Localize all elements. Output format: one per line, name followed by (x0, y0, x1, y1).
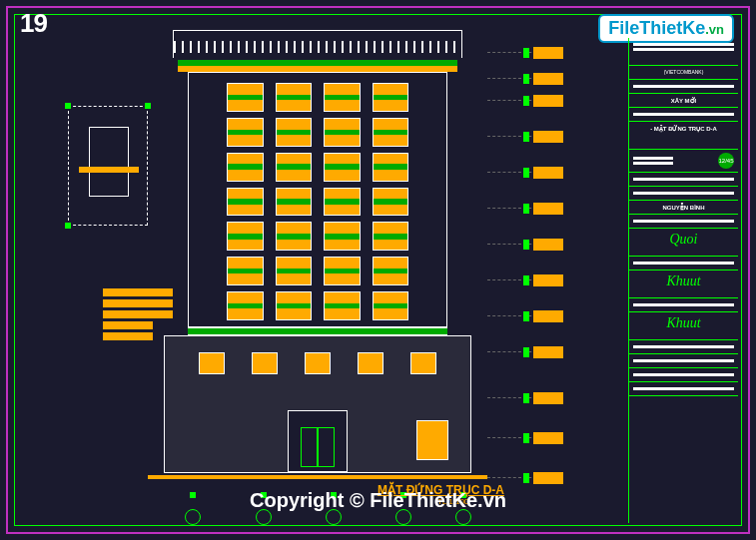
window (227, 291, 264, 320)
cad-viewport: 19 FileThietKe.vn (0, 0, 756, 540)
level-tick (523, 204, 529, 214)
tb-redacted (633, 113, 734, 116)
tb-redacted (633, 155, 673, 167)
tb-cell (629, 257, 738, 270)
level-markers (487, 40, 567, 479)
window-grid (227, 83, 408, 320)
level-mark (487, 351, 557, 353)
tb-phase: XÂY MỚI (629, 94, 738, 108)
tb-redacted (633, 345, 734, 348)
level-tag (533, 239, 563, 251)
window (227, 257, 264, 285)
window (276, 83, 313, 112)
window (227, 118, 264, 147)
window (276, 291, 313, 320)
podium-window (252, 352, 278, 374)
window (227, 83, 264, 112)
level-mark (487, 100, 557, 102)
tb-redacted (633, 220, 734, 223)
tb-cell (629, 382, 738, 396)
window (324, 257, 361, 285)
tb-cell (629, 173, 738, 187)
level-tag (533, 432, 563, 444)
sheet-number-badge: 12/45 (718, 153, 734, 169)
detail-corner-marker (65, 103, 71, 109)
podium-windows (195, 352, 440, 374)
level-mark (487, 279, 557, 281)
tb-redacted (633, 262, 734, 265)
window (324, 222, 361, 251)
tb-cell (629, 354, 738, 368)
level-mark (487, 397, 557, 399)
window (373, 257, 409, 285)
level-tick (523, 433, 529, 443)
window (227, 153, 264, 182)
ground-line (148, 475, 487, 479)
window (373, 291, 409, 320)
level-tick (523, 393, 529, 403)
window (373, 118, 409, 147)
roof-railing (174, 41, 461, 53)
window (373, 153, 409, 182)
tower (188, 72, 447, 327)
watermark-suffix: .vn (705, 22, 724, 37)
level-mark (487, 315, 557, 317)
tb-cell (629, 368, 738, 382)
mid-band (188, 327, 447, 335)
tb-signature-row: Khuut (629, 270, 738, 298)
tb-cell (629, 298, 738, 312)
tb-redacted (633, 359, 734, 362)
window (276, 257, 313, 285)
level-tick (523, 74, 529, 84)
detail-corner-marker (145, 103, 151, 109)
window (276, 222, 313, 251)
main-entrance (288, 410, 348, 472)
level-tick (523, 48, 529, 58)
window (373, 83, 409, 112)
level-tick (523, 96, 529, 106)
grid-bubble (185, 509, 201, 525)
tb-redacted (633, 178, 734, 181)
level-tag (533, 203, 563, 215)
signature: Khuut (666, 273, 700, 288)
entrance-door (301, 427, 335, 467)
roof (173, 30, 462, 58)
tb-client: (VIETCOMBANK) (629, 66, 738, 80)
level-tag (533, 47, 563, 59)
signature: Khuut (666, 315, 700, 330)
tb-designer: NGUYỄN BÌNH (629, 201, 738, 215)
grid-axis (193, 495, 194, 511)
level-mark (487, 244, 557, 246)
detail-callout (68, 106, 148, 226)
window (324, 188, 361, 217)
legend-row (103, 332, 153, 340)
sheet-no: 12 (718, 158, 725, 164)
podium (164, 335, 471, 473)
level-tick (523, 275, 529, 285)
level-tag (533, 95, 563, 107)
level-tag (533, 392, 563, 404)
sheet-total: 45 (727, 158, 734, 164)
level-tag (533, 472, 563, 484)
detail-corner-marker (65, 223, 71, 229)
detail-bar (79, 167, 139, 173)
tb-cell (629, 215, 738, 229)
level-tag (533, 310, 563, 322)
signature: Quoi (670, 232, 698, 247)
window (276, 118, 313, 147)
podium-window (358, 352, 383, 374)
legend (103, 285, 173, 343)
window (227, 222, 264, 251)
legend-row (103, 299, 173, 307)
window (276, 153, 313, 182)
tb-header (629, 38, 738, 66)
tb-redacted (633, 48, 734, 51)
level-tick (523, 240, 529, 250)
tb-cell (629, 108, 738, 122)
level-tag (533, 73, 563, 85)
legend-row (103, 321, 153, 329)
tb-redacted (633, 303, 734, 306)
level-tag (533, 346, 563, 358)
level-mark (487, 172, 557, 174)
window (373, 188, 409, 217)
